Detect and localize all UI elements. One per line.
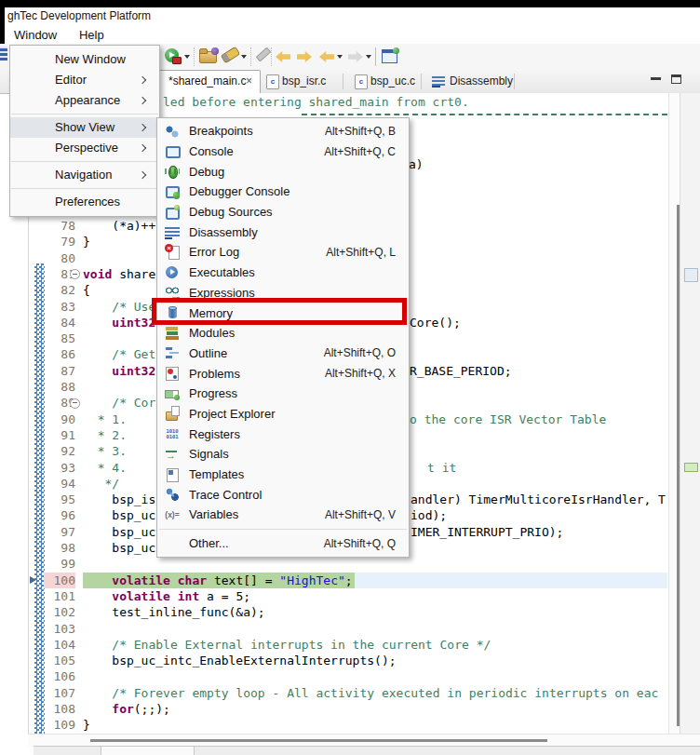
horizontal-scrollbar-thumb[interactable] <box>90 739 547 742</box>
maximize-view-icon[interactable] <box>671 74 681 84</box>
fold-collapse-icon[interactable] <box>70 269 80 279</box>
code-token: ; <box>345 573 353 587</box>
code-token <box>83 444 98 458</box>
close-icon[interactable]: × <box>246 71 252 92</box>
menu-item-label: Outline <box>189 346 227 360</box>
menu-item-label: Show View <box>55 120 114 134</box>
menu-item-label: Preferences <box>55 195 120 209</box>
executables-icon <box>165 265 180 280</box>
menu-item-label: Executables <box>189 265 255 279</box>
back-dropdown-caret-icon[interactable] <box>337 55 343 59</box>
fold-collapse-icon[interactable] <box>70 398 80 409</box>
line-number: 96 <box>44 507 75 523</box>
show-view-item-trace-control[interactable]: Trace Control <box>157 484 409 505</box>
line-number: 103 <box>44 621 75 637</box>
code-fragment: led before entering shared_main from crt… <box>163 94 469 110</box>
horizontal-scrollbar[interactable] <box>28 734 700 747</box>
code-token: uint32 <box>112 316 155 330</box>
menu-item-shortcut: Alt+Shift+Q, C <box>324 145 409 158</box>
show-view-item-console[interactable]: ConsoleAlt+Shift+Q, C <box>157 142 409 162</box>
tab-label: bsp_isr.c <box>282 70 326 92</box>
menu-item-shortcut: Alt+Shift+Q, L <box>326 246 409 259</box>
menu-item-appearance[interactable]: Appearance <box>10 90 159 111</box>
open-folder-icon[interactable] <box>199 51 217 63</box>
project-explorer-icon <box>165 406 180 421</box>
line-number: 100 <box>44 573 75 588</box>
code-fragment: Core(); <box>410 315 461 330</box>
line-number: 101 <box>44 588 75 604</box>
tab-shared-main-c[interactable]: *shared_main.c × <box>158 70 261 93</box>
code-token <box>83 638 112 652</box>
debug-dropdown-caret-icon[interactable] <box>184 55 190 59</box>
overview-ruler[interactable] <box>680 93 700 734</box>
line-number: 107 <box>44 685 75 701</box>
menu-item-editor[interactable]: Editor <box>10 70 159 90</box>
menu-item-label: Navigation <box>55 168 112 182</box>
debug-icon <box>165 164 180 179</box>
code-token: bsp_uc_intc_EnableExternalInterrupts(); <box>83 654 397 667</box>
show-view-item-signals[interactable]: Signals <box>157 444 409 465</box>
line-number: 82 <box>44 282 75 298</box>
overview-occurrence-marker[interactable] <box>684 463 698 472</box>
search-highlight-icon[interactable] <box>221 47 240 64</box>
menu-item-navigation[interactable]: Navigation <box>10 165 159 185</box>
show-view-item-debug[interactable]: Debug <box>157 161 409 182</box>
show-view-item-problems[interactable]: ProblemsAlt+Shift+Q, X <box>157 363 409 384</box>
menu-item-show-view[interactable]: Show View <box>10 117 159 138</box>
code-token: a = 5; <box>199 589 250 603</box>
show-view-item-variables[interactable]: VariablesAlt+Shift+Q, V <box>157 505 409 525</box>
menu-item-label: Project Explorer <box>189 407 275 421</box>
show-view-item-modules[interactable]: Modules <box>157 323 409 344</box>
code-line: for(;;); <box>83 701 667 717</box>
tab-label: *shared_main.c <box>168 74 246 88</box>
show-view-item-registers[interactable]: Registers <box>157 424 409 444</box>
next-edit-icon[interactable]: * <box>297 51 312 62</box>
code-token <box>83 412 98 426</box>
chevron-right-icon <box>139 97 146 104</box>
menu-item-label: Trace Control <box>189 488 262 502</box>
menubar-item-window[interactable]: Window <box>5 25 66 44</box>
menu-item-new-window[interactable]: New Window <box>10 49 159 70</box>
menu-item-label: Disassembly <box>189 225 258 239</box>
forward-dropdown-caret-icon[interactable] <box>366 55 371 59</box>
line-number: 87 <box>44 363 75 379</box>
pin-editor-icon[interactable] <box>382 49 397 63</box>
show-view-item-debugger-console[interactable]: Debugger Console <box>157 182 409 202</box>
show-view-item-debug-sources[interactable]: Debug Sources <box>157 202 409 222</box>
code-line: /* Forever empty loop - All activity exe… <box>83 685 667 701</box>
chevron-right-icon <box>139 124 146 131</box>
menu-item-preferences[interactable]: Preferences <box>10 192 159 212</box>
code-token: } <box>83 718 90 732</box>
back-icon[interactable] <box>319 51 334 62</box>
bottom-view-tab[interactable] <box>101 747 195 755</box>
format-pen-icon[interactable] <box>256 47 272 62</box>
show-view-item-disassembly[interactable]: Disassembly <box>157 222 409 242</box>
show-view-item-breakpoints[interactable]: BreakpointsAlt+Shift+Q, B <box>157 121 409 142</box>
show-view-item-executables[interactable]: Executables <box>157 263 409 283</box>
overview-diff-marker[interactable] <box>684 268 698 282</box>
ide-window: ghTec Development Platform Window Help *… <box>0 0 700 755</box>
show-view-item-templates[interactable]: Templates <box>157 465 409 485</box>
show-view-item-outline[interactable]: OutlineAlt+Shift+Q, O <box>157 344 409 364</box>
line-number: 106 <box>44 668 75 684</box>
code-token: /* Get <box>112 347 155 361</box>
show-view-item-error-log[interactable]: Error LogAlt+Shift+Q, L <box>157 242 409 263</box>
code-token: test_inline_func(&a); <box>83 605 265 619</box>
code-token: bsp_uc <box>83 541 155 555</box>
edit-star-icon: * <box>312 46 316 56</box>
show-view-item-project-explorer[interactable]: Project Explorer <box>157 404 409 425</box>
menu-item-shortcut: Alt+Shift+Q, X <box>325 367 409 380</box>
show-view-item-other[interactable]: Other...Alt+Shift+Q, Q <box>157 533 409 554</box>
search-dropdown-caret-icon[interactable] <box>241 55 247 59</box>
menu-item-perspective[interactable]: Perspective <box>10 138 159 158</box>
forward-icon[interactable] <box>348 51 363 62</box>
code-token: bsp_uc <box>83 525 155 539</box>
show-view-item-progress[interactable]: Progress <box>157 384 409 404</box>
previous-edit-icon[interactable]: * <box>276 51 290 62</box>
line-number: 80 <box>44 250 75 266</box>
debug-run-icon[interactable] <box>165 48 179 62</box>
menubar-item-help[interactable]: Help <box>70 25 114 44</box>
comment-separator-line <box>302 114 667 115</box>
menu-item-label: Registers <box>189 427 240 441</box>
minimize-view-icon[interactable] <box>651 77 661 80</box>
